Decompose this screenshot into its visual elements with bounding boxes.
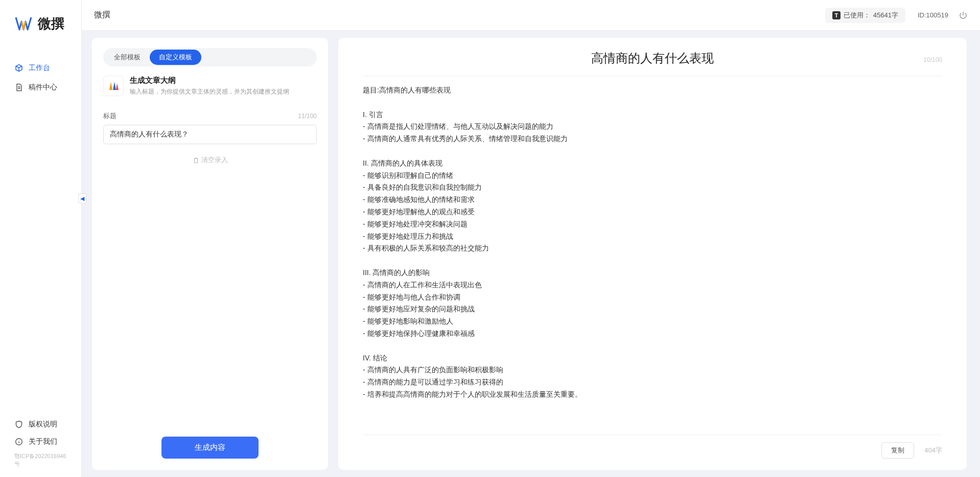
template-title: 生成文章大纲 — [130, 76, 289, 85]
title-label: 标题 — [103, 111, 116, 121]
nav-item-label: 关于我们 — [29, 437, 57, 446]
page-title: 微撰 — [94, 10, 110, 20]
title-char-count: 11/100 — [298, 112, 317, 120]
generate-button[interactable]: 生成内容 — [161, 437, 259, 459]
output-word-count: 404字 — [924, 446, 942, 455]
left-panel: 全部模板 自定义模板 生成文章大纲 输入标题，为你提供文章主体的灵感，并为其创建… — [92, 38, 328, 470]
tab-custom-templates[interactable]: 自定义模板 — [150, 50, 201, 65]
content: 全部模板 自定义模板 生成文章大纲 输入标题，为你提供文章主体的灵感，并为其创建… — [82, 31, 980, 477]
logo-text: 微撰 — [38, 15, 64, 33]
output-title[interactable]: 高情商的人有什么表现 — [363, 50, 942, 72]
sidebar: 微撰 工作台 稿件中心 版权说明 — [0, 0, 82, 477]
nav-item-copyright[interactable]: 版权说明 — [0, 416, 81, 433]
nav-item-about[interactable]: 关于我们 — [0, 433, 81, 450]
nav-item-label: 工作台 — [29, 63, 50, 73]
topbar: 微撰 T 已使用： 45641字 ID:100519 — [82, 0, 980, 31]
logo: 微撰 — [0, 0, 81, 48]
icp-text: 鄂ICP备2022016946号 — [0, 450, 81, 470]
nav-item-label: 稿件中心 — [29, 83, 57, 92]
output-title-count: 10/100 — [923, 56, 942, 63]
usage-value: 45641字 — [873, 11, 898, 20]
user-id: ID:100519 — [918, 11, 948, 19]
document-icon — [14, 83, 24, 92]
nav-item-drafts[interactable]: 稿件中心 — [0, 78, 81, 97]
output-footer: 复制 404字 — [363, 435, 942, 459]
chevron-left-icon: ◀ — [80, 195, 84, 202]
usage-prefix: 已使用： — [844, 11, 870, 20]
sidebar-bottom: 版权说明 关于我们 鄂ICP备2022016946号 — [0, 411, 81, 477]
collapse-sidebar-button[interactable]: ◀ — [78, 193, 86, 203]
template-tabs: 全部模板 自定义模板 — [103, 48, 317, 66]
nav-item-workspace[interactable]: 工作台 — [0, 58, 81, 78]
right-panel: 高情商的人有什么表现 10/100 题目:高情商的人有哪些表现 I. 引言 - … — [338, 38, 967, 470]
title-input[interactable] — [103, 125, 317, 144]
clear-input-label: 清空录入 — [201, 155, 228, 165]
trash-icon — [193, 157, 199, 164]
output-body[interactable]: 题目:高情商的人有哪些表现 I. 引言 - 高情商是指人们处理情绪、与他人互动以… — [363, 84, 942, 401]
template-card: 生成文章大纲 输入标题，为你提供文章主体的灵感，并为其创建推文提纲 — [103, 76, 317, 96]
main: 微撰 T 已使用： 45641字 ID:100519 全部模板 自定义模板 — [82, 0, 980, 477]
copy-button[interactable]: 复制 — [881, 442, 914, 459]
shield-icon — [14, 420, 24, 429]
nav-item-label: 版权说明 — [29, 420, 57, 429]
template-icon — [103, 76, 124, 96]
power-icon[interactable] — [959, 11, 968, 20]
info-icon — [14, 437, 24, 446]
cube-icon — [14, 63, 24, 73]
tab-all-templates[interactable]: 全部模板 — [105, 50, 150, 65]
divider — [363, 76, 942, 76]
usage-badge[interactable]: T 已使用： 45641字 — [825, 8, 905, 23]
nav: 工作台 稿件中心 — [0, 48, 81, 411]
clear-input-button[interactable]: 清空录入 — [103, 155, 317, 165]
token-icon: T — [832, 11, 841, 19]
template-desc: 输入标题，为你提供文章主体的灵感，并为其创建推文提纲 — [130, 87, 289, 96]
logo-icon — [14, 14, 33, 33]
